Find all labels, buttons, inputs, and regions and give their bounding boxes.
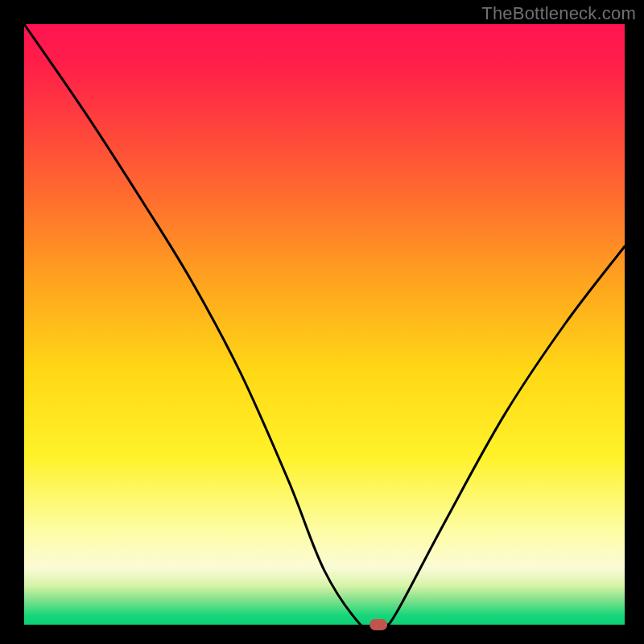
bottleneck-chart bbox=[0, 0, 644, 644]
selected-point-marker bbox=[369, 619, 387, 630]
chart-frame: TheBottleneck.com bbox=[0, 0, 644, 644]
marker-pill bbox=[369, 619, 387, 630]
attribution-label: TheBottleneck.com bbox=[481, 3, 636, 24]
plot-background bbox=[24, 24, 625, 625]
